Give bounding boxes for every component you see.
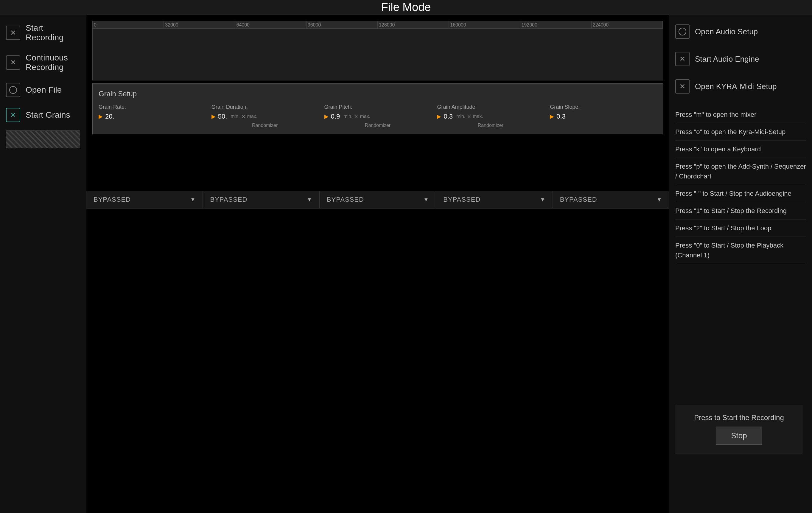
grain-pitch-minmax: min. ✕ max. xyxy=(343,114,370,119)
grain-amplitude-minmax: min. ✕ max. xyxy=(456,114,483,119)
shortcut-p-item: Press "p" to open the Add-Synth / Sequen… xyxy=(675,158,806,185)
grain-pitch-control: Grain Pitch: ▶ 0.9 min. ✕ max. Randomize… xyxy=(324,104,431,128)
start-audio-engine-icon-box: ✕ xyxy=(675,52,690,66)
open-file-button[interactable]: Open File xyxy=(0,78,86,103)
grain-pitch-randomizer[interactable]: Randomizer xyxy=(324,123,431,128)
x-icon: ✕ xyxy=(10,29,16,37)
bypass-label-5: BYPASSED xyxy=(560,196,597,203)
open-kyra-midi-label: Open KYRA-Midi-Setup xyxy=(695,82,777,91)
x-icon-midi: ✕ xyxy=(679,82,686,91)
grain-pitch-x[interactable]: ✕ xyxy=(354,114,358,119)
bypass-arrow-1: ▼ xyxy=(190,197,196,203)
open-kyra-midi-button[interactable]: ✕ Open KYRA-Midi-Setup xyxy=(675,73,806,100)
shortcut-2-text: Press "2" to Start / Stop the Loop xyxy=(675,224,772,232)
grain-pitch-label: Grain Pitch: xyxy=(324,104,431,110)
grain-duration-control: Grain Duration: ▶ 50. min. ✕ max. Random… xyxy=(211,104,318,128)
shortcut-p-text: Press "p" to open the Add-Synth / Sequen… xyxy=(675,163,806,180)
grain-duration-value[interactable]: 50. xyxy=(218,113,227,120)
start-grains-icon-box: ✕ xyxy=(6,108,20,122)
waveform-display: 0 32000 64000 96000 128000 160000 192000… xyxy=(92,21,663,80)
start-recording-label: Start Recording xyxy=(26,23,80,42)
grain-slope-value[interactable]: 0.3 xyxy=(556,113,566,120)
circle-icon xyxy=(9,86,17,94)
shortcut-1-item: Press "1" to Start / Stop the Recording xyxy=(675,202,806,220)
shortcut-2-item: Press "2" to Start / Stop the Loop xyxy=(675,220,806,237)
bypass-item-4[interactable]: BYPASSED ▼ xyxy=(436,191,553,208)
start-grains-button[interactable]: ✕ Start Grains xyxy=(0,103,86,127)
shortcut-k-item: Press "k" to open a Keyboard xyxy=(675,141,806,158)
grain-setup-panel: Grain Setup Grain Rate: ▶ 20. Grain Dura… xyxy=(92,83,663,134)
grain-setup-title: Grain Setup xyxy=(98,90,657,98)
bypass-label-1: BYPASSED xyxy=(93,196,131,203)
grain-amplitude-x[interactable]: ✕ xyxy=(467,114,471,119)
shortcut-1-text: Press "1" to Start / Stop the Recording xyxy=(675,207,787,215)
shortcut-k-text: Press "k" to open a Keyboard xyxy=(675,145,761,153)
x-icon-audio: ✕ xyxy=(679,55,686,63)
grain-rate-label: Grain Rate: xyxy=(98,104,206,110)
page-title: File Mode xyxy=(381,1,431,14)
ruler-mark-1: 32000 xyxy=(164,21,235,28)
green-x-icon: ✕ xyxy=(10,111,16,119)
grain-duration-arrow: ▶ xyxy=(211,113,216,120)
grain-duration-minmax: min. ✕ max. xyxy=(231,114,257,119)
start-recording-icon-box: ✕ xyxy=(6,26,20,40)
shortcuts-panel: Press "m" to open the mixer Press "o" to… xyxy=(675,106,806,264)
bypass-label-4: BYPASSED xyxy=(443,196,481,203)
grain-amplitude-arrow: ▶ xyxy=(437,113,441,120)
main-content: 0 32000 64000 96000 128000 160000 192000… xyxy=(86,15,669,218)
shortcut-0-text: Press "0" to Start / Stop the Playback (… xyxy=(675,241,783,259)
continuous-recording-label: Continuous Recording xyxy=(26,53,80,72)
shortcut-0-item: Press "0" to Start / Stop the Playback (… xyxy=(675,237,806,264)
waveform-body xyxy=(93,29,663,80)
grain-duration-x[interactable]: ✕ xyxy=(241,114,245,119)
bypass-arrow-2: ▼ xyxy=(307,197,312,203)
bypass-arrow-3: ▼ xyxy=(423,197,429,203)
circle-icon-audio xyxy=(678,28,686,35)
grain-duration-min-label: min. xyxy=(231,114,239,119)
grain-amplitude-value[interactable]: 0.3 xyxy=(443,113,453,120)
bypass-label-3: BYPASSED xyxy=(327,196,364,203)
bypass-label-2: BYPASSED xyxy=(210,196,247,203)
open-audio-setup-button[interactable]: Open Audio Setup xyxy=(675,18,806,45)
grain-amplitude-value-row: ▶ 0.3 min. ✕ max. xyxy=(437,113,544,120)
grain-duration-label: Grain Duration: xyxy=(211,104,318,110)
grain-duration-value-row: ▶ 50. min. ✕ max. xyxy=(211,113,318,120)
left-panel: ✕ Start Recording ✕ Continuous Recording… xyxy=(0,15,86,513)
grain-duration-randomizer[interactable]: Randomizer xyxy=(211,123,318,128)
x-icon-2: ✕ xyxy=(10,58,16,67)
recording-press-text: Press to Start the Recording xyxy=(681,414,797,422)
grain-duration-max-label: max. xyxy=(247,114,258,119)
start-audio-engine-button[interactable]: ✕ Start Audio Engine xyxy=(675,45,806,73)
shortcut-o-item: Press "o" to open the Kyra-Midi-Setup xyxy=(675,123,806,141)
ruler-mark-2: 64000 xyxy=(235,21,307,28)
bypass-item-5[interactable]: BYPASSED ▼ xyxy=(553,191,669,208)
ruler-mark-0: 0 xyxy=(93,21,164,28)
grain-pitch-value[interactable]: 0.9 xyxy=(331,113,340,120)
ruler-mark-6: 192000 xyxy=(520,21,591,28)
grain-amplitude-randomizer[interactable]: Randomizer xyxy=(437,123,544,128)
open-audio-setup-icon-box xyxy=(675,24,690,39)
waveform-ruler: 0 32000 64000 96000 128000 160000 192000… xyxy=(93,21,663,29)
shortcut-dash-text: Press "-" to Start / Stop the Audioengin… xyxy=(675,190,791,197)
bypass-arrow-5: ▼ xyxy=(657,197,662,203)
grain-amplitude-label: Grain Amplitude: xyxy=(437,104,544,110)
grain-amplitude-control: Grain Amplitude: ▶ 0.3 min. ✕ max. Rando… xyxy=(437,104,544,128)
bypass-row: BYPASSED ▼ BYPASSED ▼ BYPASSED ▼ BYPASSE… xyxy=(86,191,669,208)
start-recording-button[interactable]: ✕ Start Recording xyxy=(0,18,86,48)
bypass-item-3[interactable]: BYPASSED ▼ xyxy=(320,191,436,208)
grain-amplitude-min-label: min. xyxy=(456,114,465,119)
continuous-recording-button[interactable]: ✕ Continuous Recording xyxy=(0,48,86,78)
bypass-item-2[interactable]: BYPASSED ▼ xyxy=(203,191,319,208)
open-audio-setup-label: Open Audio Setup xyxy=(695,27,758,36)
open-file-label: Open File xyxy=(26,85,62,95)
grain-slope-control: Grain Slope: ▶ 0.3 xyxy=(550,104,657,120)
grain-pitch-max-label: max. xyxy=(360,114,370,119)
bypass-item-1[interactable]: BYPASSED ▼ xyxy=(86,191,203,208)
grain-rate-arrow: ▶ xyxy=(98,113,103,120)
grain-rate-value[interactable]: 20. xyxy=(105,113,114,120)
grain-slope-label: Grain Slope: xyxy=(550,104,657,110)
stop-recording-button[interactable]: Stop xyxy=(716,427,762,445)
grain-rate-value-row: ▶ 20. xyxy=(98,113,206,120)
ruler-mark-7: 224000 xyxy=(591,21,663,28)
grain-pitch-min-label: min. xyxy=(343,114,352,119)
